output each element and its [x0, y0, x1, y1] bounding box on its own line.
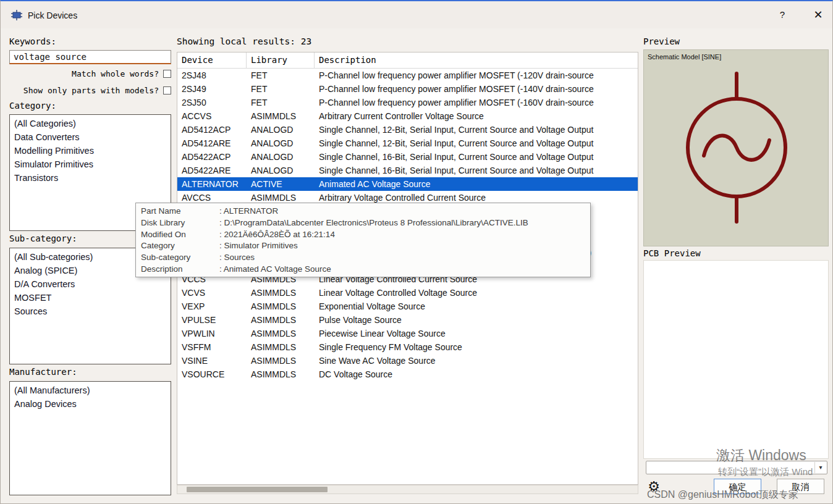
result-device: VPWLIN: [177, 327, 247, 340]
result-row[interactable]: VSOURCEASIMMDLSDC Voltage Source: [177, 368, 638, 381]
result-row[interactable]: VCVSASIMMDLSLinear Voltage Controlled Vo…: [177, 286, 638, 300]
chevron-down-icon[interactable]: ▾: [814, 462, 826, 473]
result-row[interactable]: VSFFMASIMMDLSSingle Frequency FM Voltage…: [177, 340, 638, 354]
result-device: AD5422ACP: [177, 150, 247, 164]
result-device: 2SJ49: [177, 82, 247, 96]
result-row[interactable]: VSINEASIMMDLSSine Wave AC Voltage Source: [177, 354, 638, 368]
result-library: FET: [247, 96, 315, 109]
match-whole-words-row: Match whole words?: [9, 69, 171, 78]
result-library: ANALOGD: [247, 164, 315, 177]
result-row[interactable]: 2SJ49FETP-Channel low frequency power am…: [177, 82, 638, 96]
category-item[interactable]: (All Categories): [10, 117, 171, 130]
result-row[interactable]: VEXPASIMMDLSExponential Voltage Source: [177, 300, 638, 313]
result-library: ASIMMDLS: [247, 340, 315, 354]
result-device: VPULSE: [177, 313, 247, 327]
result-library: ASIMMDLS: [247, 327, 315, 340]
tooltip-field-value: : Simulator Primitives: [219, 240, 585, 252]
horizontal-scrollbar[interactable]: [177, 485, 638, 494]
result-description: Exponential Voltage Source: [315, 300, 638, 313]
result-description: Single Channel, 16-Bit, Serial Input, Cu…: [315, 150, 638, 164]
help-button[interactable]: ?: [775, 9, 790, 23]
result-row[interactable]: AD5422AREANALOGDSingle Channel, 16-Bit, …: [177, 164, 638, 177]
column-header-library[interactable]: Library: [247, 52, 315, 68]
tooltip-field-label: Modified On: [141, 229, 219, 241]
results-header-row: Device Library Description: [177, 52, 638, 69]
manufacturer-label: Manufacturer:: [9, 367, 77, 377]
result-device: VEXP: [177, 300, 247, 313]
close-button[interactable]: ✕: [809, 8, 827, 24]
result-row[interactable]: 2SJ48FETP-Channel low frequency power am…: [177, 69, 638, 82]
keywords-input[interactable]: [9, 50, 171, 64]
schematic-preview: Schematic Model [SINE]: [643, 49, 829, 246]
result-library: ASIMMDLS: [247, 368, 315, 381]
category-label: Category:: [9, 101, 56, 111]
result-description: Animated AC Voltage Source: [315, 177, 638, 191]
schematic-model-caption: Schematic Model [SINE]: [648, 53, 721, 61]
tooltip-field-label: Disk Library: [141, 217, 219, 229]
manufacturer-item[interactable]: (All Manufacturers): [10, 384, 171, 397]
result-description: P-Channel low frequency power amplifier …: [315, 69, 638, 82]
column-header-device[interactable]: Device: [177, 52, 247, 68]
tooltip-row: Disk Library: D:\ProgramData\Labcenter E…: [141, 217, 585, 229]
result-description: Piecewise Linear Voltage Source: [315, 327, 638, 340]
result-device: 2SJ48: [177, 69, 247, 82]
part-info-tooltip: Part Name: ALTERNATORDisk Library: D:\Pr…: [135, 203, 591, 277]
pcb-package-dropdown[interactable]: ▾: [646, 461, 827, 474]
result-library: ASIMMDLS: [247, 109, 315, 123]
result-description: Single Channel, 12-Bit, Serial Input, Cu…: [315, 136, 638, 150]
result-library: ANALOGD: [247, 150, 315, 164]
scrollbar-thumb[interactable]: [187, 487, 328, 492]
result-description: Sine Wave AC Voltage Source: [315, 354, 638, 368]
pick-devices-dialog: Pick Devices ? ✕ Keywords: Match whole w…: [0, 0, 833, 504]
title-bar: Pick Devices ? ✕: [1, 1, 832, 28]
result-library: ASIMMDLS: [247, 286, 315, 300]
show-only-parts-row: Show only parts with models?: [9, 85, 171, 95]
result-row[interactable]: ALTERNATORACTIVEAnimated AC Voltage Sour…: [177, 177, 638, 191]
pick-devices-icon: [11, 9, 23, 21]
category-item[interactable]: Modelling Primitives: [10, 144, 171, 158]
result-device: VSINE: [177, 354, 247, 368]
ok-button[interactable]: 确定: [714, 479, 761, 494]
manufacturer-list[interactable]: (All Manufacturers)Analog Devices: [9, 381, 171, 495]
column-header-description[interactable]: Description: [315, 52, 638, 68]
result-description: Arbitrary Current Controller Voltage Sou…: [315, 109, 638, 123]
result-row[interactable]: ACCVSASIMMDLSArbitrary Current Controlle…: [177, 109, 638, 123]
result-row[interactable]: AD5412AREANALOGDSingle Channel, 12-Bit, …: [177, 136, 638, 150]
result-description: P-Channel low frequency power amplifier …: [315, 96, 638, 109]
tooltip-field-value: : Animated AC Voltage Source: [219, 264, 585, 275]
result-library: ANALOGD: [247, 136, 315, 150]
gear-icon: ⚙: [648, 479, 660, 494]
result-description: Pulse Voltage Source: [315, 313, 638, 327]
ac-source-symbol: [644, 50, 829, 247]
tooltip-row: Sub-category: Sources: [141, 252, 585, 264]
pcb-preview: [643, 260, 829, 459]
match-whole-words-label: Match whole words?: [72, 69, 159, 78]
match-whole-words-checkbox[interactable]: [163, 70, 171, 78]
result-description: DC Voltage Source: [315, 368, 638, 381]
result-row[interactable]: VPULSEASIMMDLSPulse Voltage Source: [177, 313, 638, 327]
result-library: ACTIVE: [247, 177, 315, 191]
result-row[interactable]: 2SJ50FETP-Channel low frequency power am…: [177, 96, 638, 109]
subcategory-item[interactable]: D/A Converters: [10, 277, 171, 291]
cancel-button[interactable]: 取消: [777, 479, 824, 494]
result-row[interactable]: VPWLINASIMMDLSPiecewise Linear Voltage S…: [177, 327, 638, 340]
subcategory-item[interactable]: Sources: [10, 304, 171, 318]
category-item[interactable]: Simulator Primitives: [10, 158, 171, 171]
result-description: Single Channel, 16-Bit, Serial Input, Cu…: [315, 164, 638, 177]
subcategory-item[interactable]: MOSFET: [10, 291, 171, 304]
result-row[interactable]: AD5422ACPANALOGDSingle Channel, 16-Bit, …: [177, 150, 638, 164]
result-device: VSOURCE: [177, 368, 247, 381]
result-row[interactable]: AD5412ACPANALOGDSingle Channel, 12-Bit, …: [177, 123, 638, 136]
result-library: ASIMMDLS: [247, 354, 315, 368]
tooltip-field-value: : D:\ProgramData\Labcenter Electronics\P…: [219, 217, 585, 229]
tooltip-row: Part Name: ALTERNATOR: [141, 206, 585, 217]
tooltip-field-label: Sub-category: [141, 252, 219, 264]
tooltip-field-label: Category: [141, 240, 219, 252]
settings-gear-button[interactable]: ⚙: [645, 477, 663, 496]
result-device: AD5412ACP: [177, 123, 247, 136]
category-item[interactable]: Data Converters: [10, 130, 171, 144]
show-only-parts-checkbox[interactable]: [163, 86, 171, 94]
manufacturer-item[interactable]: Analog Devices: [10, 397, 171, 411]
category-item[interactable]: Transistors: [10, 171, 171, 185]
result-library: FET: [247, 69, 315, 82]
